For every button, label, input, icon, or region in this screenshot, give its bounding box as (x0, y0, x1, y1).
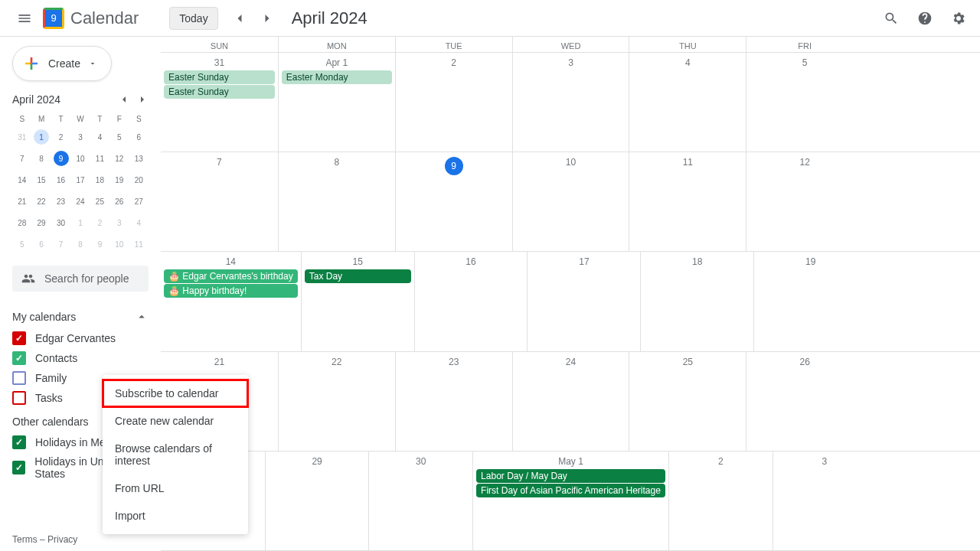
day-cell[interactable]: 5 (746, 53, 863, 152)
calendar-checkbox[interactable] (12, 371, 26, 385)
calendar-checkbox[interactable] (12, 351, 26, 365)
calendar-checkbox[interactable] (12, 461, 25, 474)
event-chip[interactable]: 🎂 Edgar Cervantes's birthday (164, 269, 298, 283)
day-cell[interactable]: 12 (746, 152, 863, 251)
day-cell[interactable]: 16 (414, 252, 528, 350)
day-cell[interactable]: 18 (640, 252, 753, 350)
search-button[interactable] (876, 3, 906, 34)
support-button[interactable] (910, 3, 940, 34)
mini-day[interactable]: 7 (51, 233, 70, 255)
mini-day[interactable]: 6 (31, 233, 51, 255)
search-people-input[interactable]: Search for people (12, 266, 149, 292)
mini-day[interactable]: 24 (70, 191, 90, 212)
create-button[interactable]: Create (12, 46, 112, 81)
day-cell[interactable]: 15Tax Day (301, 252, 414, 350)
mini-day[interactable]: 18 (90, 169, 109, 191)
calendar-item[interactable]: Contacts (12, 348, 149, 368)
day-cell[interactable]: 31Easter SundayEaster Sunday (161, 53, 278, 152)
mini-day[interactable]: 3 (70, 126, 90, 148)
calendar-item[interactable]: Edgar Cervantes (12, 328, 149, 348)
mini-day[interactable]: 26 (109, 191, 129, 212)
mini-day[interactable]: 2 (51, 126, 70, 148)
day-cell[interactable]: 19 (753, 252, 867, 350)
mini-day[interactable]: 25 (90, 191, 109, 212)
menu-from-url[interactable]: From URL (103, 474, 248, 502)
settings-button[interactable] (943, 3, 974, 34)
mini-prev-button[interactable] (118, 93, 130, 106)
day-cell[interactable]: 3 (512, 53, 629, 152)
day-cell[interactable]: 23 (395, 352, 512, 451)
mini-day[interactable]: 8 (31, 148, 51, 169)
calendar-checkbox[interactable] (12, 331, 26, 345)
mini-day[interactable]: 30 (51, 212, 70, 233)
today-button[interactable]: Today (169, 7, 217, 30)
day-cell[interactable]: 30 (368, 452, 472, 550)
mini-calendar[interactable]: SMTWTFS311234567891011121314151617181920… (12, 112, 149, 255)
day-cell[interactable]: 2 (395, 53, 512, 152)
mini-day[interactable]: 19 (109, 169, 129, 191)
mini-day[interactable]: 5 (12, 233, 31, 255)
menu-import[interactable]: Import (103, 502, 248, 530)
mini-day[interactable]: 11 (90, 148, 109, 169)
mini-day[interactable]: 4 (90, 126, 109, 148)
event-chip[interactable]: Labor Day / May Day (476, 469, 665, 483)
day-cell[interactable]: 11 (629, 152, 746, 251)
mini-day[interactable]: 13 (129, 148, 149, 169)
mini-day[interactable]: 9 (51, 148, 70, 169)
event-chip[interactable]: First Day of Asian Pacific American Heri… (476, 484, 665, 497)
mini-day[interactable]: 15 (31, 169, 51, 191)
mini-day[interactable]: 22 (31, 191, 51, 212)
event-chip[interactable]: Easter Sunday (164, 70, 275, 84)
day-cell[interactable]: 24 (512, 352, 629, 451)
day-cell[interactable]: 22 (278, 352, 395, 451)
day-cell[interactable]: 26 (746, 352, 863, 451)
event-chip[interactable]: Tax Day (305, 269, 411, 283)
mini-day[interactable]: 23 (51, 191, 70, 212)
my-calendars-header[interactable]: My calendars (12, 310, 149, 324)
day-cell[interactable]: 14🎂 Edgar Cervantes's birthday🎂 Happy bi… (161, 252, 301, 350)
day-cell[interactable]: 9 (395, 152, 512, 251)
mini-day[interactable]: 7 (12, 148, 31, 169)
next-period-button[interactable] (255, 6, 279, 31)
event-chip[interactable]: Easter Monday (282, 70, 392, 84)
mini-day[interactable]: 10 (70, 148, 90, 169)
day-cell[interactable]: 7 (161, 152, 278, 251)
day-cell[interactable]: 25 (629, 352, 746, 451)
day-cell[interactable]: 3 (773, 452, 877, 550)
mini-day[interactable]: 12 (109, 148, 129, 169)
mini-day[interactable]: 1 (31, 126, 51, 148)
mini-day[interactable]: 8 (70, 233, 90, 255)
mini-day[interactable]: 3 (109, 212, 129, 233)
mini-day[interactable]: 17 (70, 169, 90, 191)
mini-day[interactable]: 29 (31, 212, 51, 233)
event-chip[interactable]: Easter Sunday (164, 85, 275, 99)
day-cell[interactable]: 4 (629, 53, 746, 152)
day-cell[interactable]: May 1Labor Day / May DayFirst Day of Asi… (472, 452, 668, 550)
day-cell[interactable]: 10 (512, 152, 629, 251)
mini-next-button[interactable] (136, 93, 149, 106)
mini-day[interactable]: 11 (129, 233, 149, 255)
day-cell[interactable]: 29 (265, 452, 369, 550)
mini-day[interactable]: 20 (129, 169, 149, 191)
mini-day[interactable]: 6 (129, 126, 149, 148)
mini-day[interactable]: 5 (109, 126, 129, 148)
calendar-checkbox[interactable] (12, 435, 26, 449)
mini-day[interactable]: 14 (12, 169, 31, 191)
event-chip[interactable]: 🎂 Happy birthday! (164, 284, 298, 298)
mini-day[interactable]: 16 (51, 169, 70, 191)
privacy-link[interactable]: Privacy (47, 534, 77, 545)
menu-subscribe-to-calendar[interactable]: Subscribe to calendar (103, 380, 248, 407)
menu-browse-calendars[interactable]: Browse calendars of interest (103, 435, 248, 474)
mini-day[interactable]: 27 (129, 191, 149, 212)
mini-day[interactable]: 31 (12, 126, 31, 148)
mini-day[interactable]: 2 (90, 212, 109, 233)
day-cell[interactable]: 8 (278, 152, 395, 251)
calendar-checkbox[interactable] (12, 391, 26, 405)
day-cell[interactable]: 2 (668, 452, 773, 550)
mini-day[interactable]: 1 (70, 212, 90, 233)
terms-link[interactable]: Terms (12, 534, 38, 545)
mini-day[interactable]: 10 (109, 233, 129, 255)
mini-day[interactable]: 4 (129, 212, 149, 233)
mini-day[interactable]: 28 (12, 212, 31, 233)
day-cell[interactable]: Apr 1Easter Monday (278, 53, 395, 152)
